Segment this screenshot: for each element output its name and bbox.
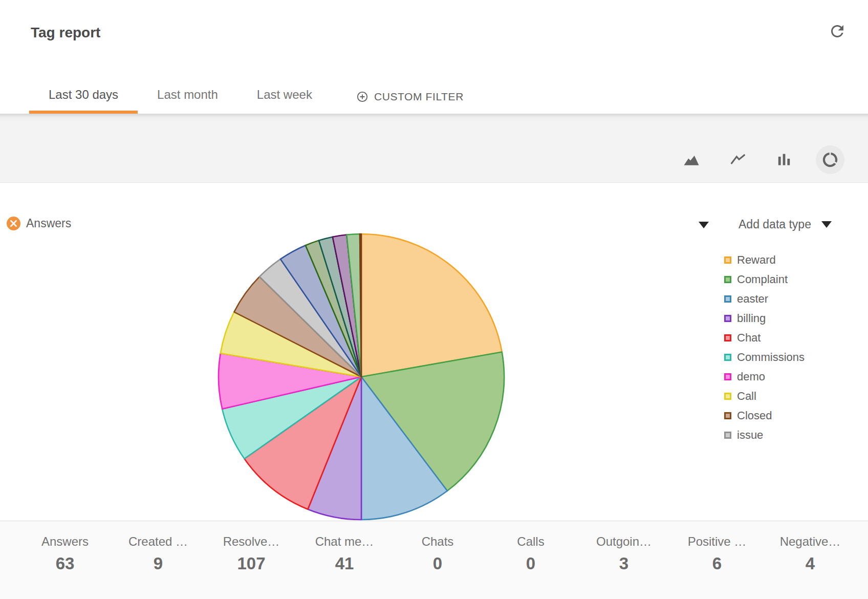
stat-chats: Chats0 bbox=[391, 534, 484, 599]
legend-item-easter: easter bbox=[724, 292, 805, 306]
custom-filter-label: CUSTOM FILTER bbox=[374, 91, 464, 103]
legend-swatch-icon bbox=[724, 295, 731, 303]
stat-value: 107 bbox=[205, 554, 298, 573]
pie-chart-button[interactable] bbox=[816, 145, 844, 174]
stat-value: 63 bbox=[18, 554, 112, 573]
tab-bar: Last 30 daysLast monthLast week CUSTOM F… bbox=[29, 88, 474, 114]
legend-item-commissions: Commissions bbox=[724, 351, 805, 364]
legend-swatch-icon bbox=[724, 276, 731, 283]
tab-last-month[interactable]: Last month bbox=[138, 88, 237, 114]
legend-label: Chat bbox=[737, 331, 761, 345]
tag-report-page: Tag report Last 30 daysLast monthLast we… bbox=[0, 0, 868, 599]
stat-value: 9 bbox=[112, 554, 205, 573]
page-title: Tag report bbox=[31, 25, 100, 41]
series-collapse-chevron-down-icon[interactable] bbox=[699, 222, 709, 228]
chart-type-switcher bbox=[678, 145, 844, 174]
remove-series-button[interactable] bbox=[7, 217, 20, 230]
stats-bar: Answers63Created …9Resolve…107Chat me…41… bbox=[0, 521, 868, 599]
legend-swatch-icon bbox=[724, 393, 731, 400]
legend-label: easter bbox=[737, 292, 768, 306]
legend-item-billing: billing bbox=[724, 312, 805, 325]
add-data-type-chevron-down-icon bbox=[821, 221, 832, 228]
bar-chart-button[interactable] bbox=[770, 145, 798, 174]
header: Tag report Last 30 daysLast monthLast we… bbox=[0, 0, 868, 114]
legend-item-call: Call bbox=[724, 390, 805, 403]
chart-toolbar bbox=[0, 114, 868, 183]
legend-label: Call bbox=[737, 390, 756, 403]
stat-label: Positive … bbox=[670, 534, 764, 549]
add-data-type-button[interactable]: Add data type bbox=[739, 218, 832, 231]
stat-answers: Answers63 bbox=[18, 534, 112, 599]
legend-swatch-icon bbox=[724, 256, 731, 264]
legend-swatch-icon bbox=[724, 412, 731, 419]
stat-chat-me: Chat me…41 bbox=[298, 534, 391, 599]
stat-label: Calls bbox=[484, 534, 577, 549]
series-chip-label: Answers bbox=[26, 217, 71, 230]
refresh-icon bbox=[828, 22, 847, 40]
stat-value: 0 bbox=[391, 554, 484, 573]
legend-label: billing bbox=[737, 312, 766, 325]
legend-item-demo: demo bbox=[724, 370, 805, 383]
line-chart-button[interactable] bbox=[724, 145, 752, 174]
legend: RewardComplainteasterbillingChatCommissi… bbox=[724, 253, 805, 448]
stat-value: 6 bbox=[670, 554, 764, 573]
bar-chart-icon bbox=[776, 152, 792, 168]
stat-value: 41 bbox=[298, 554, 391, 573]
tab-last-30-days[interactable]: Last 30 days bbox=[29, 88, 138, 114]
legend-label: Reward bbox=[737, 253, 776, 267]
stat-value: 4 bbox=[764, 554, 857, 573]
stat-resolve: Resolve…107 bbox=[205, 534, 298, 599]
legend-label: demo bbox=[737, 370, 765, 383]
legend-label: issue bbox=[737, 429, 763, 442]
stat-label: Resolve… bbox=[205, 534, 298, 549]
legend-swatch-icon bbox=[724, 373, 731, 380]
stat-label: Chat me… bbox=[298, 534, 391, 549]
chart-panel: Answers Add data type RewardComplainteas… bbox=[0, 183, 868, 521]
legend-label: Closed bbox=[737, 409, 772, 422]
pie-chart-icon bbox=[821, 151, 839, 168]
legend-swatch-icon bbox=[724, 315, 731, 322]
stat-label: Answers bbox=[18, 534, 112, 549]
legend-item-closed: Closed bbox=[724, 409, 805, 422]
stat-positive: Positive …6 bbox=[670, 534, 764, 599]
legend-label: Complaint bbox=[737, 273, 788, 286]
tab-last-week[interactable]: Last week bbox=[237, 88, 332, 114]
close-icon bbox=[10, 220, 17, 227]
stat-label: Outgoin… bbox=[577, 534, 670, 549]
legend-swatch-icon bbox=[724, 334, 731, 341]
custom-filter-button[interactable]: CUSTOM FILTER bbox=[346, 91, 474, 114]
stat-outgoin: Outgoin…3 bbox=[577, 534, 670, 599]
add-data-type-label: Add data type bbox=[739, 218, 811, 231]
stat-value: 0 bbox=[484, 554, 577, 573]
line-chart-icon bbox=[730, 152, 746, 168]
stat-label: Created … bbox=[112, 534, 205, 549]
stat-label: Chats bbox=[391, 534, 484, 549]
area-chart-button[interactable] bbox=[678, 145, 706, 174]
stat-value: 3 bbox=[577, 554, 670, 573]
legend-item-chat: Chat bbox=[724, 331, 805, 345]
legend-swatch-icon bbox=[724, 432, 731, 439]
stat-created: Created …9 bbox=[112, 534, 205, 599]
series-chip-answers[interactable]: Answers bbox=[7, 217, 71, 230]
legend-item-reward: Reward bbox=[724, 253, 805, 267]
refresh-button[interactable] bbox=[827, 22, 848, 42]
legend-item-complaint: Complaint bbox=[724, 273, 805, 286]
area-chart-icon bbox=[683, 151, 701, 168]
stat-negative: Negative…4 bbox=[764, 534, 857, 599]
stat-label: Negative… bbox=[764, 534, 857, 549]
legend-label: Commissions bbox=[737, 351, 805, 364]
add-circle-icon bbox=[356, 91, 368, 103]
legend-item-issue: issue bbox=[724, 429, 805, 442]
legend-swatch-icon bbox=[724, 354, 731, 361]
stat-calls: Calls0 bbox=[484, 534, 577, 599]
